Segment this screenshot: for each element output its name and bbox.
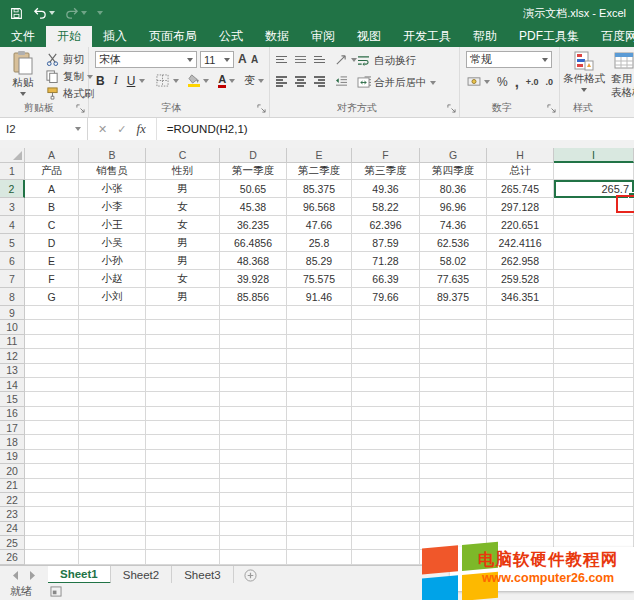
cell-F12[interactable] xyxy=(352,349,420,363)
cell-D21[interactable] xyxy=(220,479,287,493)
cell-G8[interactable]: 89.375 xyxy=(420,288,487,306)
cell-A9[interactable] xyxy=(25,306,79,320)
cell-C2[interactable]: 男 xyxy=(146,180,220,198)
sheet-next-icon[interactable] xyxy=(29,571,36,580)
cell-D5[interactable]: 66.4856 xyxy=(220,234,287,252)
cell-H8[interactable]: 346.351 xyxy=(487,288,554,306)
cell-D13[interactable] xyxy=(220,364,287,378)
cell-C5[interactable]: 男 xyxy=(146,234,220,252)
cell-E1[interactable]: 第二季度 xyxy=(287,163,352,180)
row-header-20[interactable]: 20 xyxy=(0,464,25,478)
row-header-21[interactable]: 21 xyxy=(0,479,25,493)
cell-B20[interactable] xyxy=(79,464,146,478)
cell-B8[interactable]: 小刘 xyxy=(79,288,146,306)
redo-button[interactable] xyxy=(65,7,87,19)
column-header-A[interactable]: A xyxy=(25,148,79,163)
cell-A15[interactable] xyxy=(25,392,79,406)
cell-E23[interactable] xyxy=(287,507,352,521)
cell-B2[interactable]: 小张 xyxy=(79,180,146,198)
cell-C10[interactable] xyxy=(146,320,220,334)
cell-H18[interactable] xyxy=(487,435,554,449)
active-cell-I2[interactable]: 265.7 xyxy=(554,180,634,198)
cell-E17[interactable] xyxy=(287,421,352,435)
cell-A18[interactable] xyxy=(25,435,79,449)
cell-A12[interactable] xyxy=(25,349,79,363)
cell-D26[interactable] xyxy=(220,550,287,564)
cell-G5[interactable]: 62.536 xyxy=(420,234,487,252)
font-dialog-launcher[interactable] xyxy=(257,104,267,114)
cell-E10[interactable] xyxy=(287,320,352,334)
cell-G9[interactable] xyxy=(420,306,487,320)
row-header-12[interactable]: 12 xyxy=(0,349,25,363)
cell-G10[interactable] xyxy=(420,320,487,334)
cell-I6[interactable] xyxy=(554,252,634,270)
clipboard-dialog-launcher[interactable] xyxy=(76,104,86,114)
underline-button[interactable]: U xyxy=(127,74,136,88)
row-header-19[interactable]: 19 xyxy=(0,450,25,464)
cell-F11[interactable] xyxy=(352,335,420,349)
column-header-C[interactable]: C xyxy=(146,148,220,163)
cell-H9[interactable] xyxy=(487,306,554,320)
cell-A14[interactable] xyxy=(25,378,79,392)
cell-F17[interactable] xyxy=(352,421,420,435)
cell-H5[interactable]: 242.4116 xyxy=(487,234,554,252)
cell-G21[interactable] xyxy=(420,479,487,493)
ribbon-tab-文件[interactable]: 文件 xyxy=(0,26,46,47)
cell-C23[interactable] xyxy=(146,507,220,521)
cell-H13[interactable] xyxy=(487,364,554,378)
phonetic-button[interactable]: 变 xyxy=(244,73,255,88)
formula-input[interactable]: =ROUND(H2,1) xyxy=(157,123,248,135)
cell-D22[interactable] xyxy=(220,493,287,507)
column-header-E[interactable]: E xyxy=(287,148,352,163)
cell-A1[interactable]: 产品 xyxy=(25,163,79,180)
cell-F21[interactable] xyxy=(352,479,420,493)
row-header-14[interactable]: 14 xyxy=(0,378,25,392)
cell-B19[interactable] xyxy=(79,450,146,464)
cell-G3[interactable]: 96.96 xyxy=(420,198,487,216)
cell-B25[interactable] xyxy=(79,536,146,550)
cell-A23[interactable] xyxy=(25,507,79,521)
cell-E8[interactable]: 91.46 xyxy=(287,288,352,306)
cell-H19[interactable] xyxy=(487,450,554,464)
cell-D12[interactable] xyxy=(220,349,287,363)
cell-I23[interactable] xyxy=(554,507,634,521)
cell-F8[interactable]: 79.66 xyxy=(352,288,420,306)
row-header-23[interactable]: 23 xyxy=(0,507,25,521)
cell-D11[interactable] xyxy=(220,335,287,349)
cell-H3[interactable]: 297.128 xyxy=(487,198,554,216)
ribbon-tab-PDF工具集[interactable]: PDF工具集 xyxy=(508,26,590,47)
merge-center-button[interactable]: 合并后居中 xyxy=(355,75,436,90)
cell-F5[interactable]: 87.59 xyxy=(352,234,420,252)
ribbon-tab-插入[interactable]: 插入 xyxy=(92,26,138,47)
cell-H21[interactable] xyxy=(487,479,554,493)
row-header-17[interactable]: 17 xyxy=(0,421,25,435)
cell-C9[interactable] xyxy=(146,306,220,320)
cell-B15[interactable] xyxy=(79,392,146,406)
cell-A22[interactable] xyxy=(25,493,79,507)
cell-H1[interactable]: 总计 xyxy=(487,163,554,180)
cell-F23[interactable] xyxy=(352,507,420,521)
cell-B17[interactable] xyxy=(79,421,146,435)
cell-C16[interactable] xyxy=(146,407,220,421)
align-center-icon[interactable] xyxy=(295,75,306,89)
cell-F4[interactable]: 62.396 xyxy=(352,216,420,234)
accounting-format-button[interactable] xyxy=(466,74,482,89)
column-header-I[interactable]: I xyxy=(554,148,634,163)
cell-F10[interactable] xyxy=(352,320,420,334)
row-header-5[interactable]: 5 xyxy=(0,234,25,252)
cell-G2[interactable]: 80.36 xyxy=(420,180,487,198)
number-dialog-launcher[interactable] xyxy=(547,104,557,114)
column-header-H[interactable]: H xyxy=(487,148,554,163)
cell-D1[interactable]: 第一季度 xyxy=(220,163,287,180)
cell-H17[interactable] xyxy=(487,421,554,435)
cell-E6[interactable]: 85.29 xyxy=(287,252,352,270)
cell-I10[interactable] xyxy=(554,320,634,334)
conditional-formatting-button[interactable]: 条件格式 xyxy=(561,50,607,92)
cell-A21[interactable] xyxy=(25,479,79,493)
row-header-13[interactable]: 13 xyxy=(0,364,25,378)
cell-E13[interactable] xyxy=(287,364,352,378)
cell-I15[interactable] xyxy=(554,392,634,406)
cell-H20[interactable] xyxy=(487,464,554,478)
cell-E18[interactable] xyxy=(287,435,352,449)
cell-I5[interactable] xyxy=(554,234,634,252)
